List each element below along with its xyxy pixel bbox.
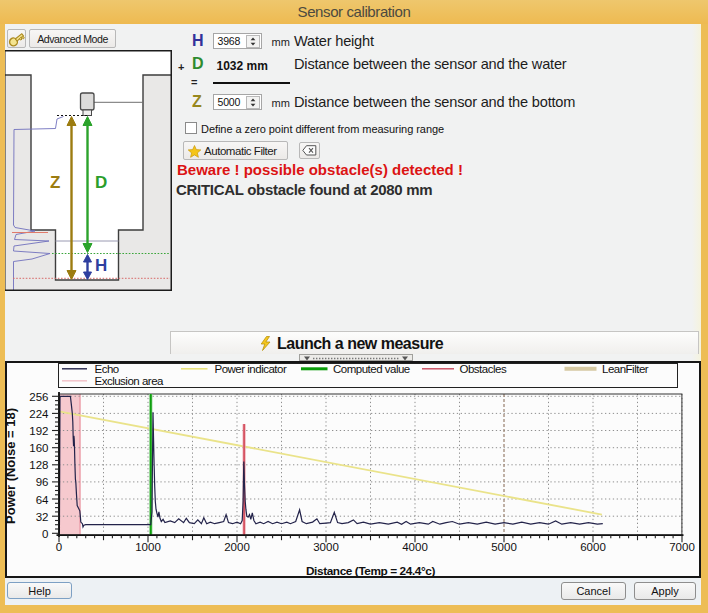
svg-text:6000: 6000	[580, 541, 606, 553]
svg-text:192: 192	[29, 425, 48, 437]
svg-text:2000: 2000	[224, 541, 250, 553]
svg-text:0: 0	[42, 528, 48, 540]
svg-text:Exclusion area: Exclusion area	[94, 375, 164, 387]
svg-text:160: 160	[29, 442, 48, 454]
svg-text:Power (Noise = 18): Power (Noise = 18)	[5, 408, 18, 524]
svg-text:96: 96	[35, 476, 48, 488]
svg-text:Power indicator: Power indicator	[214, 363, 286, 375]
svg-text:7000: 7000	[669, 541, 695, 553]
svg-text:5000: 5000	[491, 541, 517, 553]
svg-text:D: D	[95, 173, 107, 192]
svg-text:Echo: Echo	[94, 363, 118, 375]
svg-text:1000: 1000	[135, 541, 161, 553]
svg-text:224: 224	[29, 408, 49, 420]
svg-text:3000: 3000	[313, 541, 339, 553]
svg-text:Z: Z	[50, 173, 60, 192]
svg-text:4000: 4000	[402, 541, 428, 553]
svg-text:Computed value: Computed value	[333, 363, 410, 375]
svg-text:Distance (Temp = 24.4°c): Distance (Temp = 24.4°c)	[306, 564, 435, 578]
svg-text:LeanFilter: LeanFilter	[602, 363, 649, 375]
svg-text:Obstacles: Obstacles	[459, 363, 506, 375]
svg-text:256: 256	[29, 391, 48, 403]
svg-text:128: 128	[29, 459, 48, 471]
svg-text:0: 0	[55, 541, 61, 553]
svg-text:64: 64	[35, 494, 48, 506]
svg-text:32: 32	[35, 511, 48, 523]
svg-text:H: H	[95, 256, 107, 275]
